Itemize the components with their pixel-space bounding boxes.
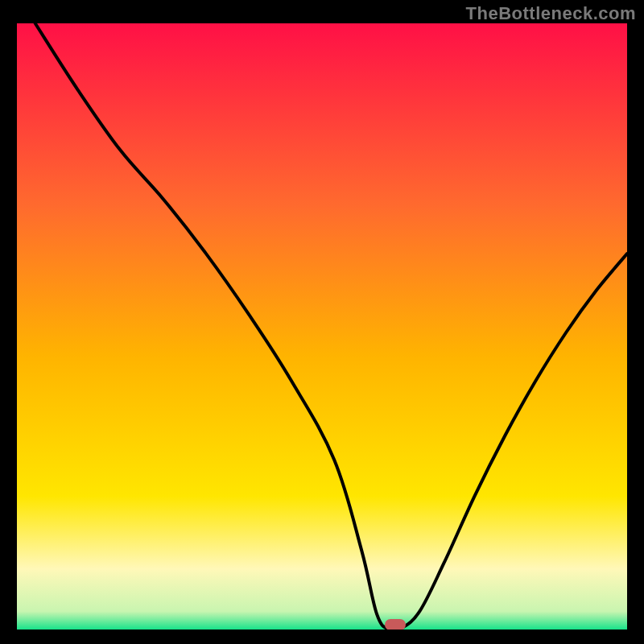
plot-svg bbox=[17, 23, 627, 630]
gradient-background bbox=[17, 23, 627, 630]
watermark-text: TheBottleneck.com bbox=[466, 3, 636, 24]
plot-area bbox=[17, 23, 627, 630]
optimal-marker bbox=[385, 619, 406, 630]
chart-frame: TheBottleneck.com bbox=[0, 0, 644, 644]
